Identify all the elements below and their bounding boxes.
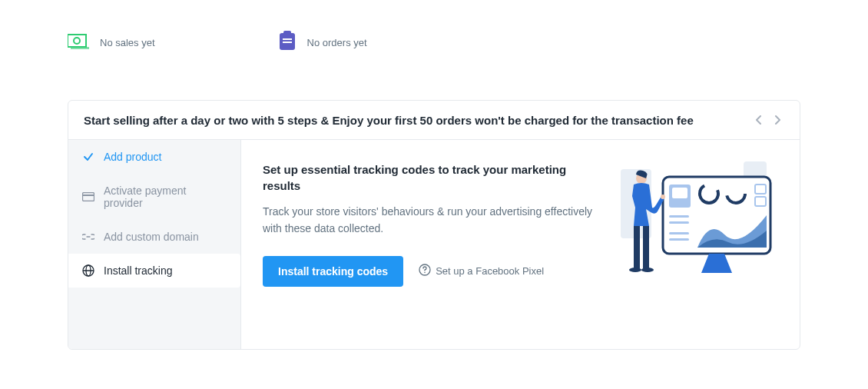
stats-row: No sales yet No orders yet bbox=[68, 31, 800, 54]
prev-step-button[interactable] bbox=[752, 113, 766, 127]
help-icon bbox=[419, 264, 431, 278]
svg-rect-0 bbox=[68, 35, 86, 47]
content-desc: Track your store visitors' behaviours & … bbox=[263, 203, 598, 238]
sidebar-item-label: Install tracking bbox=[104, 264, 172, 277]
sidebar-filler bbox=[68, 288, 240, 349]
svg-rect-18 bbox=[672, 188, 687, 198]
next-step-button[interactable] bbox=[770, 113, 784, 127]
svg-point-30 bbox=[629, 268, 641, 272]
svg-rect-8 bbox=[82, 194, 94, 196]
checkmark-icon bbox=[82, 151, 94, 163]
stat-orders: No orders yet bbox=[278, 31, 367, 54]
stat-sales-label: No sales yet bbox=[100, 37, 155, 48]
onboarding-card: Start selling after a day or two with 5 … bbox=[68, 100, 800, 350]
onboarding-content: Set up essential tracking codes to track… bbox=[241, 140, 800, 349]
card-body: Add product Activate payment provider Ad… bbox=[68, 140, 800, 349]
sidebar-item-label: Add custom domain bbox=[104, 231, 199, 243]
sidebar-item-activate-payment[interactable]: Activate payment provider bbox=[68, 174, 240, 220]
card-header-nav bbox=[752, 113, 784, 127]
svg-rect-6 bbox=[283, 42, 292, 43]
globe-icon bbox=[82, 264, 94, 277]
sidebar-item-add-product[interactable]: Add product bbox=[68, 140, 240, 174]
install-tracking-codes-button[interactable]: Install tracking codes bbox=[263, 256, 403, 287]
clipboard-icon bbox=[278, 31, 297, 54]
content-title: Set up essential tracking codes to track… bbox=[263, 161, 598, 194]
sidebar-item-install-tracking[interactable]: Install tracking bbox=[68, 254, 240, 288]
card-header-title: Start selling after a day or two with 5 … bbox=[84, 114, 694, 127]
svg-point-32 bbox=[661, 194, 665, 199]
link-icon bbox=[82, 231, 94, 243]
setup-facebook-pixel-link[interactable]: Set up a Facebook Pixel bbox=[419, 264, 544, 278]
sidebar-item-add-domain[interactable]: Add custom domain bbox=[68, 220, 240, 254]
svg-point-1 bbox=[74, 38, 80, 44]
svg-rect-24 bbox=[669, 221, 689, 224]
svg-rect-2 bbox=[71, 47, 89, 49]
svg-rect-25 bbox=[669, 232, 689, 234]
content-main: Set up essential tracking codes to track… bbox=[263, 161, 598, 287]
tracking-illustration bbox=[617, 161, 778, 277]
actions-row: Install tracking codes Set up a Facebook… bbox=[263, 256, 598, 287]
onboarding-sidebar: Add product Activate payment provider Ad… bbox=[68, 140, 241, 349]
stat-sales: No sales yet bbox=[68, 31, 155, 54]
credit-card-icon bbox=[82, 191, 94, 203]
stat-orders-label: No orders yet bbox=[307, 37, 367, 48]
svg-rect-29 bbox=[643, 226, 649, 268]
card-header: Start selling after a day or two with 5 … bbox=[68, 101, 800, 140]
svg-point-31 bbox=[641, 268, 654, 272]
svg-rect-26 bbox=[669, 238, 689, 241]
sidebar-item-label: Add product bbox=[104, 151, 162, 163]
secondary-link-label: Set up a Facebook Pixel bbox=[436, 265, 544, 277]
svg-rect-5 bbox=[283, 38, 292, 40]
svg-rect-28 bbox=[634, 226, 640, 268]
money-icon bbox=[68, 32, 89, 52]
svg-rect-23 bbox=[669, 215, 689, 218]
svg-rect-7 bbox=[83, 193, 94, 201]
sidebar-item-label: Activate payment provider bbox=[104, 185, 227, 209]
svg-point-13 bbox=[424, 272, 426, 274]
svg-rect-4 bbox=[283, 31, 291, 35]
